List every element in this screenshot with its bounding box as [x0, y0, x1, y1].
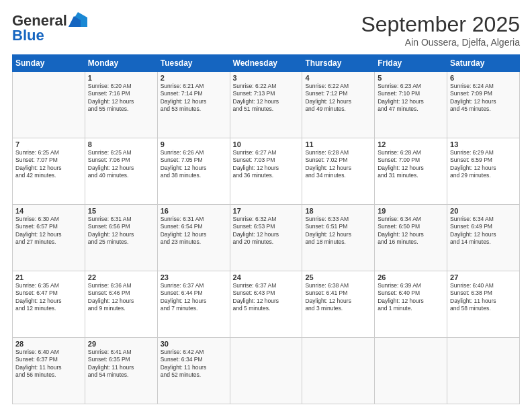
calendar-cell: 27Sunrise: 6:40 AMSunset: 6:38 PMDayligh…: [447, 271, 520, 338]
day-number: 25: [305, 273, 371, 281]
location-subtitle: Ain Oussera, Djelfa, Algeria: [361, 37, 520, 48]
day-info: Sunrise: 6:26 AMSunset: 7:05 PMDaylight:…: [161, 149, 227, 180]
calendar-cell: 30Sunrise: 6:42 AMSunset: 6:34 PMDayligh…: [157, 338, 230, 404]
logo: General Blue: [12, 12, 87, 44]
calendar-cell: 24Sunrise: 6:37 AMSunset: 6:43 PMDayligh…: [230, 271, 302, 338]
day-info: Sunrise: 6:31 AMSunset: 6:54 PMDaylight:…: [161, 216, 227, 246]
day-number: 13: [450, 140, 517, 148]
calendar-cell: 22Sunrise: 6:36 AMSunset: 6:46 PMDayligh…: [85, 271, 157, 338]
calendar-week-3: 14Sunrise: 6:30 AMSunset: 6:57 PMDayligh…: [13, 205, 520, 271]
header: General Blue September 2025 Ain Oussera,…: [12, 12, 520, 48]
day-info: Sunrise: 6:27 AMSunset: 7:03 PMDaylight:…: [233, 149, 300, 180]
day-info: Sunrise: 6:33 AMSunset: 6:51 PMDaylight:…: [305, 216, 371, 246]
calendar-cell: 9Sunrise: 6:26 AMSunset: 7:05 PMDaylight…: [157, 138, 230, 205]
calendar-cell: 17Sunrise: 6:32 AMSunset: 6:53 PMDayligh…: [230, 205, 302, 271]
day-number: 5: [378, 74, 444, 82]
day-number: 12: [378, 140, 444, 148]
calendar-cell: 5Sunrise: 6:23 AMSunset: 7:10 PMDaylight…: [375, 72, 447, 138]
day-info: Sunrise: 6:41 AMSunset: 6:35 PMDaylight:…: [88, 349, 154, 379]
calendar-cell: 11Sunrise: 6:28 AMSunset: 7:02 PMDayligh…: [302, 138, 375, 205]
weekday-header-saturday: Saturday: [447, 55, 520, 72]
day-number: 18: [305, 207, 371, 215]
calendar-cell: 25Sunrise: 6:38 AMSunset: 6:41 PMDayligh…: [302, 271, 375, 338]
day-number: 26: [378, 273, 444, 281]
day-info: Sunrise: 6:24 AMSunset: 7:09 PMDaylight:…: [450, 83, 517, 113]
calendar-table: SundayMondayTuesdayWednesdayThursdayFrid…: [12, 54, 520, 404]
day-number: 6: [450, 74, 517, 82]
day-info: Sunrise: 6:38 AMSunset: 6:41 PMDaylight:…: [305, 282, 371, 313]
weekday-header-friday: Friday: [375, 55, 447, 72]
calendar-cell: [302, 338, 375, 404]
day-info: Sunrise: 6:30 AMSunset: 6:57 PMDaylight:…: [15, 216, 82, 246]
day-number: 23: [161, 273, 227, 281]
calendar-cell: 10Sunrise: 6:27 AMSunset: 7:03 PMDayligh…: [230, 138, 302, 205]
day-number: 4: [305, 74, 371, 82]
day-number: 11: [305, 140, 371, 148]
calendar-cell: 29Sunrise: 6:41 AMSunset: 6:35 PMDayligh…: [85, 338, 157, 404]
calendar-cell: 2Sunrise: 6:21 AMSunset: 7:14 PMDaylight…: [157, 72, 230, 138]
title-block: September 2025 Ain Oussera, Djelfa, Alge…: [361, 12, 520, 48]
day-number: 9: [161, 140, 227, 148]
day-info: Sunrise: 6:37 AMSunset: 6:44 PMDaylight:…: [161, 282, 227, 313]
day-info: Sunrise: 6:32 AMSunset: 6:53 PMDaylight:…: [233, 216, 300, 246]
logo-icon: [69, 12, 87, 27]
day-number: 10: [233, 140, 300, 148]
day-number: 29: [88, 340, 154, 348]
day-number: 1: [88, 74, 154, 82]
weekday-header-tuesday: Tuesday: [157, 55, 230, 72]
day-info: Sunrise: 6:31 AMSunset: 6:56 PMDaylight:…: [88, 216, 154, 246]
weekday-header-thursday: Thursday: [302, 55, 375, 72]
day-number: 20: [450, 207, 517, 215]
day-info: Sunrise: 6:25 AMSunset: 7:07 PMDaylight:…: [15, 149, 82, 180]
day-info: Sunrise: 6:39 AMSunset: 6:40 PMDaylight:…: [378, 282, 444, 313]
calendar-cell: 4Sunrise: 6:22 AMSunset: 7:12 PMDaylight…: [302, 72, 375, 138]
calendar-cell: 7Sunrise: 6:25 AMSunset: 7:07 PMDaylight…: [13, 138, 85, 205]
calendar-week-2: 7Sunrise: 6:25 AMSunset: 7:07 PMDaylight…: [13, 138, 520, 205]
page: General Blue September 2025 Ain Oussera,…: [0, 0, 532, 411]
calendar-cell: 23Sunrise: 6:37 AMSunset: 6:44 PMDayligh…: [157, 271, 230, 338]
calendar-cell: 18Sunrise: 6:33 AMSunset: 6:51 PMDayligh…: [302, 205, 375, 271]
day-number: 14: [15, 207, 82, 215]
calendar-cell: 15Sunrise: 6:31 AMSunset: 6:56 PMDayligh…: [85, 205, 157, 271]
calendar-cell: 1Sunrise: 6:20 AMSunset: 7:16 PMDaylight…: [85, 72, 157, 138]
day-info: Sunrise: 6:23 AMSunset: 7:10 PMDaylight:…: [378, 83, 444, 113]
day-number: 15: [88, 207, 154, 215]
day-number: 8: [88, 140, 154, 148]
calendar-cell: 14Sunrise: 6:30 AMSunset: 6:57 PMDayligh…: [13, 205, 85, 271]
calendar-header: SundayMondayTuesdayWednesdayThursdayFrid…: [13, 55, 520, 72]
calendar-cell: [13, 72, 85, 138]
weekday-header-wednesday: Wednesday: [230, 55, 302, 72]
calendar-cell: 13Sunrise: 6:29 AMSunset: 6:59 PMDayligh…: [447, 138, 520, 205]
day-info: Sunrise: 6:29 AMSunset: 6:59 PMDaylight:…: [450, 149, 517, 180]
calendar-body: 1Sunrise: 6:20 AMSunset: 7:16 PMDaylight…: [13, 72, 520, 404]
day-number: 16: [161, 207, 227, 215]
day-number: 19: [378, 207, 444, 215]
calendar-cell: 12Sunrise: 6:28 AMSunset: 7:00 PMDayligh…: [375, 138, 447, 205]
day-info: Sunrise: 6:34 AMSunset: 6:50 PMDaylight:…: [378, 216, 444, 246]
day-number: 17: [233, 207, 300, 215]
calendar-cell: 19Sunrise: 6:34 AMSunset: 6:50 PMDayligh…: [375, 205, 447, 271]
weekday-header-row: SundayMondayTuesdayWednesdayThursdayFrid…: [13, 55, 520, 72]
day-info: Sunrise: 6:28 AMSunset: 7:00 PMDaylight:…: [378, 149, 444, 180]
calendar-cell: 20Sunrise: 6:34 AMSunset: 6:49 PMDayligh…: [447, 205, 520, 271]
calendar-cell: [375, 338, 447, 404]
day-number: 3: [233, 74, 300, 82]
day-info: Sunrise: 6:37 AMSunset: 6:43 PMDaylight:…: [233, 282, 300, 313]
day-info: Sunrise: 6:21 AMSunset: 7:14 PMDaylight:…: [161, 83, 227, 113]
calendar-cell: 6Sunrise: 6:24 AMSunset: 7:09 PMDaylight…: [447, 72, 520, 138]
day-number: 7: [15, 140, 82, 148]
calendar-week-1: 1Sunrise: 6:20 AMSunset: 7:16 PMDaylight…: [13, 72, 520, 138]
day-number: 27: [450, 273, 517, 281]
day-number: 22: [88, 273, 154, 281]
calendar-cell: 26Sunrise: 6:39 AMSunset: 6:40 PMDayligh…: [375, 271, 447, 338]
day-number: 21: [15, 273, 82, 281]
calendar-cell: 3Sunrise: 6:22 AMSunset: 7:13 PMDaylight…: [230, 72, 302, 138]
day-info: Sunrise: 6:40 AMSunset: 6:37 PMDaylight:…: [15, 349, 82, 379]
day-number: 28: [15, 340, 82, 348]
day-info: Sunrise: 6:36 AMSunset: 6:46 PMDaylight:…: [88, 282, 154, 313]
weekday-header-monday: Monday: [85, 55, 157, 72]
day-number: 2: [161, 74, 227, 82]
day-info: Sunrise: 6:40 AMSunset: 6:38 PMDaylight:…: [450, 282, 517, 313]
day-number: 24: [233, 273, 300, 281]
calendar-cell: 21Sunrise: 6:35 AMSunset: 6:47 PMDayligh…: [13, 271, 85, 338]
